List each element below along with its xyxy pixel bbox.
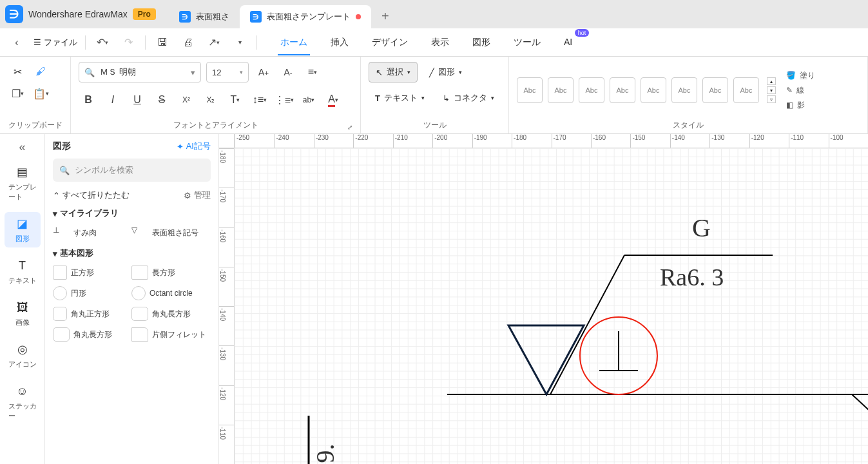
strikethrough-button[interactable]: S	[152, 90, 171, 110]
style-more[interactable]: ▿	[767, 95, 776, 103]
style-preset[interactable]: Abc	[641, 77, 666, 103]
section-title[interactable]: ▾マイライブラリ	[53, 208, 211, 219]
shape-octant[interactable]: Octant circle	[131, 285, 207, 302]
cut-button[interactable]: ✂	[8, 62, 27, 81]
shape-rectangle[interactable]: 長方形	[131, 264, 207, 281]
collapse-all[interactable]: ⌃すべて折りたたむ	[53, 189, 130, 201]
section-title[interactable]: ▾基本図形	[53, 247, 211, 259]
tab-shapes[interactable]: 図形	[470, 30, 493, 55]
tab-insert[interactable]: 挿入	[328, 30, 351, 55]
shadow-option[interactable]: ◧影	[786, 100, 815, 111]
redo-button[interactable]: ↷	[119, 34, 137, 52]
print-button[interactable]: 🖨	[179, 34, 197, 52]
my-library-section: ▾マイライブラリ ⊥すみ肉 ▽表面粗さ記号	[53, 208, 211, 241]
label-Ra[interactable]: Ra6. 3	[660, 263, 724, 291]
align-button[interactable]: ≡ ▾	[303, 63, 322, 82]
shape-round-square[interactable]: 角丸正方形	[53, 305, 129, 322]
add-tab-button[interactable]: +	[376, 7, 394, 25]
save-button[interactable]: 🖫	[153, 34, 171, 52]
more-button[interactable]: ▾	[231, 34, 249, 52]
dialog-launcher[interactable]: ⤢	[347, 124, 352, 131]
text-direction-button[interactable]: T ▾	[226, 90, 245, 110]
nav-label: 図形	[15, 234, 30, 244]
file-menu[interactable]: ☰ ファイル	[34, 37, 77, 48]
line-option[interactable]: ✎線	[786, 85, 815, 96]
tab-label: 表面粗さ	[196, 11, 229, 23]
nav-stickers[interactable]: ☺ ステッカー	[5, 380, 41, 425]
subscript-button[interactable]: X₂	[201, 90, 220, 110]
bold-button[interactable]: B	[79, 90, 98, 110]
style-preset[interactable]: Abc	[702, 77, 728, 103]
search-icon: 🔍	[84, 68, 95, 77]
fill-option[interactable]: 🪣塗り	[786, 70, 815, 81]
font-family-select[interactable]: 🔍 ＭＳ 明朝 ▾	[79, 62, 201, 82]
shape-circle[interactable]: 円形	[53, 285, 129, 302]
canvas[interactable]: G Ra6. 3 9.	[235, 148, 868, 464]
italic-button[interactable]: I	[103, 90, 122, 110]
ai-symbol-button[interactable]: ✦ AI記号	[177, 140, 211, 152]
pencil-icon: ✎	[786, 86, 793, 95]
line-spacing-button[interactable]: ↕≡ ▾	[250, 90, 269, 110]
case-button[interactable]: ab ▾	[299, 90, 318, 110]
nav-label: テンプレート	[8, 182, 37, 202]
vertical-ruler[interactable]: -180 -170 -160 -150 -140 -130 -120 -110	[219, 148, 235, 464]
shape-round-rect[interactable]: 角丸長方形	[131, 305, 207, 322]
chevron-down-icon: ▾	[53, 209, 57, 218]
text-tool[interactable]: T テキスト ▾	[369, 88, 431, 108]
tab-ai[interactable]: AI hot	[561, 30, 575, 55]
nav-text[interactable]: T テキスト	[5, 254, 41, 289]
tab-view[interactable]: 表示	[429, 30, 452, 55]
manage-button[interactable]: ⚙管理	[184, 189, 211, 201]
image-icon: 🖼	[15, 300, 30, 315]
shape-tool[interactable]: ╱ 図形 ▾	[423, 62, 468, 82]
tab-design[interactable]: デザイン	[369, 30, 410, 55]
underline-button[interactable]: U	[128, 90, 147, 110]
collapse-nav[interactable]: «	[19, 140, 25, 154]
back-button[interactable]: ‹	[8, 34, 26, 52]
connector-tool[interactable]: ↳ コネクタ ▾	[436, 88, 501, 108]
label-G[interactable]: G	[692, 213, 711, 243]
connector-label: コネクタ	[454, 92, 487, 104]
font-color-button[interactable]: A ▾	[323, 90, 343, 110]
shape-thumb: ▽	[131, 226, 148, 240]
tab-home[interactable]: ホーム	[278, 30, 310, 55]
shape-label: Octant circle	[149, 289, 193, 298]
drawing[interactable]: G Ra6. 3 9.	[235, 148, 868, 464]
search-input[interactable]: 🔍 シンボルを検索	[53, 159, 211, 182]
template-icon: ▤	[15, 164, 30, 180]
style-up[interactable]: ▴	[767, 77, 776, 85]
increase-font-button[interactable]: A+	[254, 63, 273, 82]
list-button[interactable]: ⋮≡ ▾	[275, 90, 294, 110]
shape-surface[interactable]: ▽表面粗さ記号	[131, 224, 207, 241]
decrease-font-button[interactable]: A-	[278, 63, 298, 82]
shape-square[interactable]: 正方形	[53, 264, 129, 281]
format-painter-button[interactable]: 🖌	[31, 62, 50, 81]
select-tool[interactable]: ↖ 選択 ▾	[369, 62, 418, 82]
style-preset[interactable]: Abc	[671, 77, 697, 103]
nav-shapes[interactable]: ◪ 図形	[5, 212, 41, 247]
app-title: Wondershare EdrawMax	[28, 9, 128, 19]
style-preset[interactable]: Abc	[548, 77, 574, 103]
nav-images[interactable]: 🖼 画像	[5, 296, 41, 331]
nav-templates[interactable]: ▤ テンプレート	[5, 160, 41, 206]
label-9[interactable]: 9.	[310, 444, 340, 463]
paste-button[interactable]: 📋 ▾	[31, 84, 50, 103]
shape-sumi[interactable]: ⊥すみ肉	[53, 224, 129, 241]
tab-tools[interactable]: ツール	[511, 30, 543, 55]
document-tab-active[interactable]: ∋ 表面粗さテンプレート	[240, 5, 371, 28]
style-down[interactable]: ▾	[767, 86, 776, 94]
document-tab[interactable]: ∋ 表面粗さ	[169, 5, 240, 28]
style-preset[interactable]: Abc	[579, 77, 604, 103]
style-preset[interactable]: Abc	[733, 77, 759, 103]
style-preset[interactable]: Abc	[610, 77, 635, 103]
shape-fillet[interactable]: 片側フィレット	[131, 326, 207, 343]
superscript-button[interactable]: X²	[177, 90, 196, 110]
copy-button[interactable]: ❐ ▾	[8, 84, 27, 103]
horizontal-ruler[interactable]: -250 -240 -230 -220 -210 -200 -190 -180 …	[235, 134, 868, 148]
undo-button[interactable]: ↶ ▾	[93, 34, 111, 52]
style-preset[interactable]: Abc	[517, 77, 543, 103]
shape-round-rect2[interactable]: 角丸長方形	[53, 326, 129, 343]
export-button[interactable]: ↗ ▾	[205, 34, 223, 52]
font-size-select[interactable]: 12 ▾	[206, 62, 249, 82]
nav-icons[interactable]: ◎ アイコン	[5, 338, 41, 373]
